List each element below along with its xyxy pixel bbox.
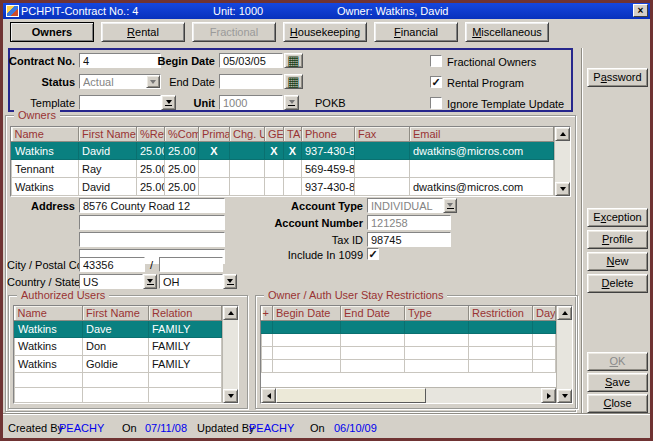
city-field[interactable] [79, 257, 145, 272]
table-cell[interactable] [533, 360, 556, 373]
table-cell[interactable]: 25.00 [165, 178, 199, 196]
ignore-template-checkbox[interactable] [430, 97, 442, 109]
table-cell[interactable] [230, 142, 265, 160]
table-cell[interactable]: 937-430-8741 [302, 142, 355, 160]
profile-button[interactable]: Profile [587, 230, 648, 249]
table-cell[interactable] [405, 334, 469, 347]
table-cell[interactable]: X [265, 142, 284, 160]
table-cell[interactable] [533, 334, 556, 347]
fractional-owners-checkbox[interactable] [430, 55, 442, 67]
new-button[interactable]: New [587, 252, 648, 271]
table-cell[interactable]: 569-459-8213 [302, 160, 355, 178]
table-row[interactable]: WatkinsGoldieFAMILY [15, 355, 222, 372]
table-cell[interactable]: Watkins [12, 178, 79, 196]
country-lov-icon[interactable] [143, 274, 157, 289]
table-cell[interactable] [405, 360, 469, 373]
end-date-field[interactable] [219, 74, 283, 89]
template-field[interactable] [79, 95, 161, 110]
table-row[interactable] [262, 347, 556, 360]
table-row[interactable]: WatkinsDavid25.0025.00XXX937-430-8741dwa… [12, 142, 554, 160]
table-cell[interactable] [341, 347, 405, 360]
table-cell[interactable] [265, 160, 284, 178]
table-row[interactable] [262, 334, 556, 347]
table-cell[interactable]: dwatkins@micros.com [410, 178, 554, 196]
table-cell[interactable]: Goldie [83, 355, 149, 372]
begin-date-field[interactable] [219, 53, 283, 68]
table-cell[interactable] [149, 372, 222, 387]
rental-program-checkbox[interactable]: ✓ [430, 76, 442, 88]
table-cell[interactable] [405, 347, 469, 360]
table-cell[interactable] [149, 387, 222, 402]
table-row[interactable]: WatkinsDavid25.0025.00937-430-8741dwatki… [12, 178, 554, 196]
table-row[interactable]: WatkinsDonFAMILY [15, 338, 222, 355]
table-cell[interactable]: Don [83, 338, 149, 355]
country-field[interactable] [79, 274, 143, 289]
table-row[interactable]: TennantRay25.0025.00569-459-8213 [12, 160, 554, 178]
table-cell[interactable] [355, 160, 410, 178]
table-row[interactable] [15, 387, 222, 402]
table-cell[interactable] [199, 178, 230, 196]
close-button[interactable]: Close [587, 394, 648, 413]
scroll-track[interactable] [555, 141, 570, 182]
save-button[interactable]: Save [587, 373, 648, 392]
state-field[interactable] [159, 274, 223, 289]
table-cell[interactable] [273, 334, 341, 347]
postal-field[interactable] [159, 257, 223, 272]
table-cell[interactable] [262, 321, 273, 334]
table-row[interactable]: WatkinsDaveFAMILY [15, 321, 222, 338]
table-cell[interactable]: 25.00 [137, 160, 165, 178]
scroll-track[interactable] [223, 320, 238, 389]
tab-miscellaneous[interactable]: Miscellaneous [465, 22, 549, 42]
table-cell[interactable]: Watkins [15, 338, 83, 355]
table-row[interactable] [262, 360, 556, 373]
table-row[interactable] [15, 372, 222, 387]
scroll-up-icon[interactable] [555, 127, 570, 141]
scroll-track[interactable] [426, 388, 541, 403]
table-cell[interactable]: Watkins [12, 142, 79, 160]
tab-owners[interactable]: Owners [10, 22, 94, 42]
table-cell[interactable] [355, 142, 410, 160]
table-cell[interactable]: X [284, 142, 302, 160]
table-cell[interactable] [410, 160, 554, 178]
state-lov-icon[interactable] [223, 274, 237, 289]
table-cell[interactable] [341, 360, 405, 373]
begin-date-calendar-icon[interactable]: ▦ [284, 53, 303, 68]
table-cell[interactable] [262, 347, 273, 360]
contract-no-field[interactable] [79, 53, 161, 68]
table-cell[interactable] [355, 178, 410, 196]
table-cell[interactable] [262, 360, 273, 373]
table-cell[interactable]: 25.00 [165, 160, 199, 178]
table-cell[interactable] [83, 372, 149, 387]
table-cell[interactable] [469, 347, 533, 360]
table-cell[interactable]: X [199, 142, 230, 160]
table-cell[interactable] [405, 321, 469, 334]
table-cell[interactable]: FAMILY [149, 321, 222, 338]
table-cell[interactable] [273, 347, 341, 360]
table-cell[interactable]: 25.00 [137, 142, 165, 160]
table-cell[interactable] [533, 347, 556, 360]
table-cell[interactable] [284, 178, 302, 196]
tab-financial[interactable]: Financial [374, 22, 458, 42]
address-line2-field[interactable] [79, 215, 225, 230]
authorized-users-scrollbar[interactable] [222, 306, 238, 403]
table-cell[interactable]: FAMILY [149, 338, 222, 355]
table-cell[interactable] [341, 321, 405, 334]
table-cell[interactable] [469, 360, 533, 373]
table-cell[interactable] [469, 334, 533, 347]
address-line1-field[interactable] [79, 198, 225, 213]
stay-restrictions-hscrollbar[interactable] [261, 387, 556, 403]
table-cell[interactable] [284, 160, 302, 178]
tab-housekeeping[interactable]: Housekeeping [283, 22, 367, 42]
table-cell[interactable]: Tennant [12, 160, 79, 178]
table-cell[interactable]: Dave [83, 321, 149, 338]
password-button[interactable]: Password [587, 68, 648, 87]
owners-grid-scrollbar[interactable] [554, 127, 570, 196]
table-cell[interactable]: dwatkins@micros.com [410, 142, 554, 160]
table-cell[interactable] [83, 387, 149, 402]
address-line3-field[interactable] [79, 232, 225, 247]
delete-button[interactable]: Delete [587, 274, 648, 293]
table-cell[interactable]: FAMILY [149, 355, 222, 372]
table-cell[interactable] [262, 334, 273, 347]
table-cell[interactable] [15, 372, 83, 387]
scroll-thumb[interactable] [276, 388, 426, 403]
